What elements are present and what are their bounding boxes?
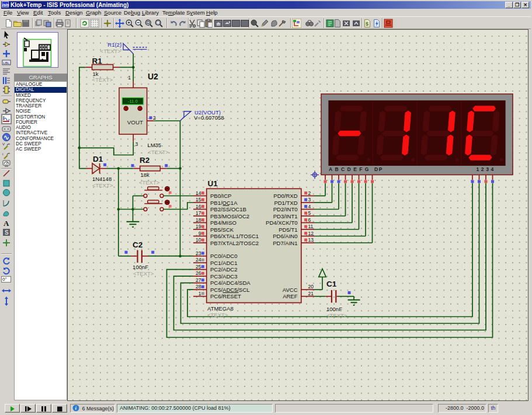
svg-text:PC5/ADC5/SCL: PC5/ADC5/SCL bbox=[210, 287, 250, 293]
svg-text:<TEXT>: <TEXT> bbox=[326, 312, 347, 319]
svg-text:9: 9 bbox=[199, 231, 201, 236]
svg-text:PB5/SCK: PB5/SCK bbox=[210, 226, 234, 233]
svg-text:DP: DP bbox=[374, 166, 383, 172]
svg-text:1: 1 bbox=[199, 291, 201, 297]
svg-text:18k: 18k bbox=[140, 172, 149, 178]
svg-text:S: S bbox=[5, 229, 9, 236]
svg-text:PD0/RXD: PD0/RXD bbox=[273, 193, 297, 199]
svg-text:<TEXT>: <TEXT> bbox=[92, 76, 113, 83]
svg-text:D1: D1 bbox=[93, 155, 103, 163]
svg-text:PD7/AIN1: PD7/AIN1 bbox=[273, 240, 297, 246]
svg-text:LM35: LM35 bbox=[147, 142, 161, 148]
svg-text:PB6/XTAL1/TOSC1: PB6/XTAL1/TOSC1 bbox=[210, 233, 259, 239]
svg-text:13: 13 bbox=[308, 237, 314, 243]
svg-text:PB7/XTAL2/TOSC2: PB7/XTAL2/TOSC2 bbox=[210, 240, 259, 246]
svg-text:18: 18 bbox=[196, 217, 201, 223]
svg-text:10: 10 bbox=[196, 237, 201, 243]
svg-text:12: 12 bbox=[308, 231, 314, 236]
svg-text:PD1/TXD: PD1/TXD bbox=[274, 200, 297, 206]
svg-text:2: 2 bbox=[153, 115, 156, 121]
svg-text:PC0/ADC0: PC0/ADC0 bbox=[210, 253, 237, 259]
svg-text:PB1/OC1A: PB1/OC1A bbox=[210, 200, 238, 206]
svg-text:1234: 1234 bbox=[477, 166, 496, 172]
svg-text:100nF: 100nF bbox=[133, 264, 148, 270]
svg-text:19: 19 bbox=[196, 224, 201, 229]
svg-text:4: 4 bbox=[308, 204, 311, 210]
svg-text:27: 27 bbox=[196, 277, 201, 283]
svg-text:5: 5 bbox=[308, 210, 311, 216]
svg-text:17: 17 bbox=[196, 210, 201, 216]
svg-text:PD2/INT0: PD2/INT0 bbox=[273, 206, 298, 212]
svg-text:28: 28 bbox=[196, 284, 201, 290]
svg-text:<TEXT>: <TEXT> bbox=[133, 270, 154, 277]
svg-text:R1(2): R1(2) bbox=[107, 41, 121, 48]
svg-text:ABCDEFG: ABCDEFG bbox=[329, 166, 371, 172]
svg-text:3: 3 bbox=[308, 197, 311, 203]
svg-text:R1: R1 bbox=[92, 57, 103, 65]
svg-text:V=0.607058: V=0.607058 bbox=[194, 114, 224, 121]
svg-text:1N4148: 1N4148 bbox=[92, 176, 112, 182]
svg-text:16: 16 bbox=[196, 204, 201, 210]
svg-text:-11.0: -11.0 bbox=[128, 99, 138, 104]
svg-text:PC3/ADC3: PC3/ADC3 bbox=[210, 273, 237, 280]
svg-text:PC1/ADC1: PC1/ADC1 bbox=[210, 260, 237, 266]
svg-text:14: 14 bbox=[196, 190, 201, 196]
svg-text:LBL: LBL bbox=[4, 61, 10, 65]
svg-text:<TEXT>: <TEXT> bbox=[92, 182, 113, 189]
svg-text:6: 6 bbox=[308, 217, 311, 223]
svg-text:C2: C2 bbox=[133, 240, 142, 249]
svg-text:VOUT: VOUT bbox=[127, 119, 143, 125]
svg-text:2: 2 bbox=[308, 190, 311, 196]
svg-text:25: 25 bbox=[196, 264, 201, 270]
svg-text:100nF: 100nF bbox=[326, 306, 342, 312]
svg-text:PC4/ADC4/SDA: PC4/ADC4/SDA bbox=[210, 280, 251, 286]
svg-text:PC6/RESET: PC6/RESET bbox=[210, 293, 241, 299]
svg-text:AREF: AREF bbox=[283, 293, 298, 299]
svg-text:23: 23 bbox=[196, 250, 201, 256]
svg-text:PD3/INT1: PD3/INT1 bbox=[273, 213, 298, 219]
svg-text:1: 1 bbox=[128, 75, 131, 81]
svg-text:PC2/ADC2: PC2/ADC2 bbox=[210, 266, 237, 273]
svg-text:PB4/MISO: PB4/MISO bbox=[210, 219, 237, 226]
svg-text:C1: C1 bbox=[326, 280, 337, 288]
svg-text:U2: U2 bbox=[148, 72, 158, 81]
svg-text:20: 20 bbox=[308, 284, 314, 290]
svg-text:26: 26 bbox=[196, 270, 201, 276]
svg-text:11: 11 bbox=[308, 224, 314, 229]
svg-text:V: V bbox=[2, 142, 5, 146]
svg-text:U1: U1 bbox=[208, 179, 218, 188]
svg-text:AVCC: AVCC bbox=[283, 287, 298, 293]
svg-text:PD4/XCK/T0: PD4/XCK/T0 bbox=[266, 219, 297, 226]
svg-text:15: 15 bbox=[196, 197, 201, 203]
svg-text:3: 3 bbox=[135, 141, 138, 147]
svg-text:PB2/SS/OC1B: PB2/SS/OC1B bbox=[210, 206, 246, 212]
svg-text:PB0/ICP: PB0/ICP bbox=[210, 193, 231, 199]
svg-text:21: 21 bbox=[308, 291, 314, 297]
svg-text:<TEXT>: <TEXT> bbox=[148, 149, 169, 155]
svg-text:24: 24 bbox=[196, 257, 201, 263]
svg-text:<TEXT>: <TEXT> bbox=[100, 48, 121, 54]
svg-text:PD6/AIN0: PD6/AIN0 bbox=[273, 233, 297, 239]
svg-text:$: $ bbox=[366, 21, 368, 27]
svg-text:PB3/MOSI/OC2: PB3/MOSI/OC2 bbox=[210, 213, 249, 219]
svg-text:ATMEGA8: ATMEGA8 bbox=[207, 305, 234, 312]
svg-text:<TEXT>: <TEXT> bbox=[207, 312, 228, 318]
svg-text:i: i bbox=[2, 152, 3, 156]
svg-text:<TEXT>: <TEXT> bbox=[139, 179, 160, 186]
svg-text:PD5/T1: PD5/T1 bbox=[279, 226, 297, 233]
svg-text:R2: R2 bbox=[140, 156, 149, 165]
svg-text:A: A bbox=[4, 219, 9, 228]
